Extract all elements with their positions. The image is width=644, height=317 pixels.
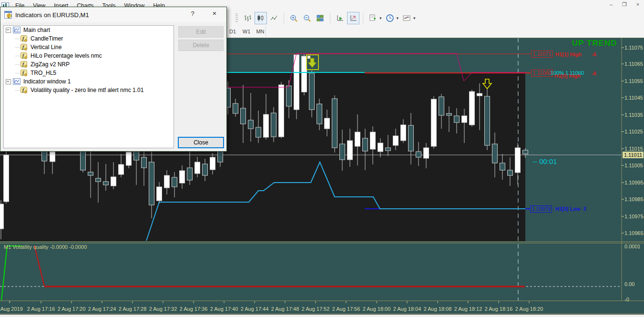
hilo-100-label: 100% 1.11060 [551,70,584,76]
tree-indicator-tro-hl5[interactable]: fTRO_HL5 [4,69,174,77]
status-bar [0,314,644,317]
uptrend-label: UP TREND [572,40,617,46]
function-icon: f [20,44,28,51]
tree-indicator-hilo-percentage-levels-nmc[interactable]: fHiLo Percentage levels nmc [4,51,174,60]
tree-guide [15,55,20,56]
zoom-out-icon[interactable] [301,12,313,24]
new-order-icon[interactable] [367,12,379,24]
zoom-in-icon[interactable] [287,12,300,24]
h1-high-label: H1[1] High [555,51,582,58]
hilo-level-price-box: 1.11060 [531,70,553,77]
price-axis-label: 1.11035 [624,112,643,118]
tree-group-indicator-window-1[interactable]: Indicator window 1 [4,77,174,86]
indicator-axis-label: -0 [624,297,629,302]
window-controls: – ❐ × [607,1,642,9]
tile-windows-icon[interactable] [314,12,327,24]
candlestick-chart-icon[interactable] [255,12,267,24]
toolbar-separator [330,13,330,23]
tree-item-label: Main chart [23,27,50,33]
close-window-button[interactable]: × [634,1,642,9]
line-chart-icon[interactable] [268,12,280,24]
tree-item-label: TRO_HL5 [31,70,56,76]
close-button[interactable]: Close [178,137,224,148]
price-axis-label: 1.10985 [624,196,644,202]
indicator-axis-label: 0.0001 [624,244,641,249]
mt4-window: UP TREND 1.11071 H1[1] High -6 1.11060 H… [0,0,644,317]
h0-high-shift: -6 [592,71,596,77]
price-axis-label: 1.11045 [624,95,643,101]
function-icon: f [20,35,28,42]
indicator-tree-list[interactable]: Main chartfCandleTimerfVertical LinefHiL… [3,25,174,148]
tree-item-label: HiLo Percentage levels nmc [31,52,102,59]
price-axis-label: 1.10975 [624,214,644,219]
tree-guide [15,64,20,65]
vq-green-line [1,246,22,300]
tree-item-label: Indicator window 1 [23,78,71,85]
tree-indicator-candletimer[interactable]: fCandleTimer [4,34,174,43]
restore-button[interactable]: ❐ [620,1,629,9]
new-order-icon-dropdown[interactable]: ▾ [379,16,382,20]
function-icon: f [20,87,28,94]
minimize-button[interactable]: – [607,1,615,9]
indicator-axis-label: 0.00 [624,281,634,287]
dialog-title: Indicators on EURUSD,M1 [15,11,89,19]
price-axis-label: 1.11055 [624,78,643,84]
tree-indicator-zigzag-v2-nrp[interactable]: fZigZag v2 NRP [4,60,174,69]
price-axis-label: 1.11005 [624,163,643,168]
price-axis-label: 1.11025 [624,129,643,134]
auto-scroll-icon[interactable] [347,12,359,24]
price-axis-label: 1.11075 [624,45,643,51]
h1-low-label: H1[0] Low 3 [555,206,586,212]
tree-guide [15,47,20,48]
tree-item-label: Vertical Line [31,44,61,51]
shift-chart-icon[interactable] [334,12,346,24]
dialog-help-button[interactable]: ? [187,10,198,20]
dialog-close-icon[interactable]: × [208,9,221,20]
tree-indicator-volatility-quality-zero-line-mtf-alert-nmc-1-01[interactable]: fVolatility quality - zero line mtf aler… [4,86,174,94]
time-axis-label: 2 Aug 18:20 [510,306,548,312]
volatility-indicator-label: M1 Volatility quality -0.0000 -0.0000 [4,244,87,250]
tree-item-label: ZigZag v2 NRP [31,61,70,68]
tree-guide [15,38,20,39]
edit-button[interactable]: Edit [178,26,224,38]
templates-icon[interactable] [400,12,413,24]
tree-indicator-vertical-line[interactable]: fVertical Line [4,43,174,51]
tree-item-label: CandleTimer [31,35,63,42]
toolbar-separator [284,13,284,23]
price-axis-label: 1.10965 [624,230,644,236]
bars-chart-icon[interactable] [241,12,254,24]
candle-timer-label: -- 00:01 [532,158,557,164]
indicators-dialog: f Indicators on EURUSD,M1 ? × Main chart… [0,7,227,152]
delete-button[interactable]: Delete [178,40,224,51]
price-axis-label: 1.11065 [624,61,643,67]
function-icon: f [20,70,28,77]
function-icon: f [20,61,28,68]
price-axis-label: 1.11015 [624,146,643,152]
timeframes-icon[interactable] [384,12,396,24]
h1-low-price-box: 1.10979 [530,205,552,213]
collapse-icon[interactable] [6,79,11,84]
timeframe-button-d1[interactable]: D1 [226,27,239,36]
timeframes-icon-dropdown[interactable]: ▾ [397,16,399,20]
timeframe-button-w1[interactable]: W1 [240,27,253,36]
tree-guide [15,90,20,91]
h1-high-price-box: 1.11071 [531,51,553,58]
toolbar-separator [363,13,363,23]
tree-item-label: Volatility quality - zero line mtf alert… [31,87,143,93]
templates-icon-dropdown[interactable]: ▾ [413,16,416,20]
vq-red-drop [34,245,44,286]
price-axis-label: 1.10995 [624,180,644,185]
boxed-down-arrow [307,55,318,70]
timeframe-button-mn[interactable]: MN [254,27,267,36]
chart-window-icon [13,78,20,85]
h1-high-shift: -6 [592,51,596,58]
toolbar-grip[interactable] [235,13,238,23]
function-icon: f [20,52,28,60]
tree-guide [15,72,20,73]
current-price-tag: 1.11011 [623,152,644,158]
chart-window-icon [13,27,20,33]
dialog-icon: f [4,11,12,19]
tree-group-main-chart[interactable]: Main chart [4,26,174,34]
collapse-icon[interactable] [6,28,11,33]
